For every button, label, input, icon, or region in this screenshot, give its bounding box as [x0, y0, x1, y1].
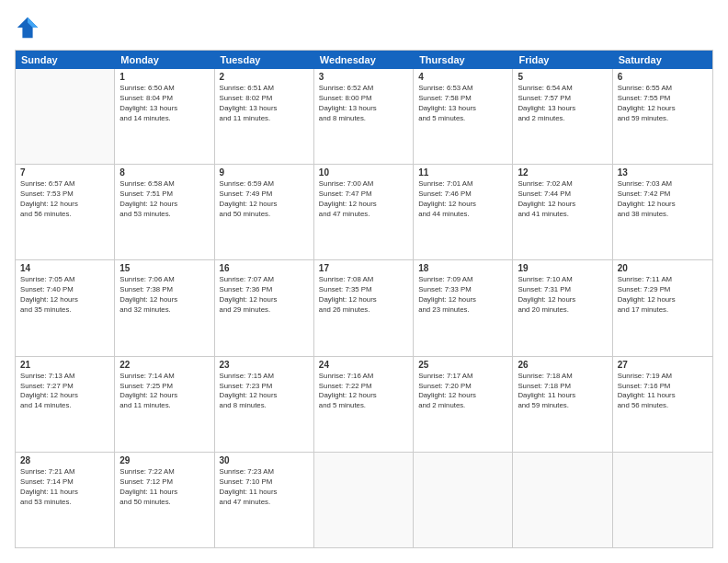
calendar-day-22: 22Sunrise: 7:14 AM Sunset: 7:25 PM Dayli… [115, 357, 214, 452]
day-info: Sunrise: 7:21 AM Sunset: 7:14 PM Dayligh… [20, 467, 109, 508]
day-number: 10 [319, 167, 408, 178]
calendar-day-18: 18Sunrise: 7:09 AM Sunset: 7:33 PM Dayli… [414, 260, 513, 355]
calendar-day-19: 19Sunrise: 7:10 AM Sunset: 7:31 PM Dayli… [513, 260, 612, 355]
calendar-day-9: 9Sunrise: 6:59 AM Sunset: 7:49 PM Daylig… [215, 165, 314, 259]
day-number: 4 [418, 72, 507, 82]
day-info: Sunrise: 7:17 AM Sunset: 7:20 PM Dayligh… [418, 372, 507, 412]
day-info: Sunrise: 7:18 AM Sunset: 7:18 PM Dayligh… [518, 372, 607, 412]
day-info: Sunrise: 7:11 AM Sunset: 7:29 PM Dayligh… [618, 275, 708, 316]
calendar-row: 28Sunrise: 7:21 AM Sunset: 7:14 PM Dayli… [16, 453, 712, 547]
day-info: Sunrise: 6:53 AM Sunset: 7:58 PM Dayligh… [418, 84, 507, 124]
weekday-header: Wednesday [314, 51, 414, 69]
day-number: 18 [418, 263, 507, 273]
calendar-day-14: 14Sunrise: 7:05 AM Sunset: 7:40 PM Dayli… [16, 260, 115, 355]
day-info: Sunrise: 7:07 AM Sunset: 7:36 PM Dayligh… [220, 275, 309, 316]
calendar-day-30: 30Sunrise: 7:23 AM Sunset: 7:10 PM Dayli… [215, 453, 314, 547]
calendar-empty-cell [314, 453, 414, 547]
day-number: 8 [119, 167, 209, 178]
day-info: Sunrise: 7:16 AM Sunset: 7:22 PM Dayligh… [319, 372, 408, 412]
day-info: Sunrise: 7:05 AM Sunset: 7:40 PM Dayligh… [20, 275, 109, 316]
calendar-row: 21Sunrise: 7:13 AM Sunset: 7:27 PM Dayli… [16, 357, 712, 453]
day-number: 1 [119, 72, 209, 82]
day-info: Sunrise: 6:57 AM Sunset: 7:53 PM Dayligh… [20, 179, 109, 220]
calendar-day-29: 29Sunrise: 7:22 AM Sunset: 7:12 PM Dayli… [115, 453, 214, 547]
calendar-day-1: 1Sunrise: 6:50 AM Sunset: 8:04 PM Daylig… [115, 69, 214, 164]
day-info: Sunrise: 7:02 AM Sunset: 7:44 PM Dayligh… [518, 179, 607, 220]
day-number: 19 [518, 263, 607, 273]
day-info: Sunrise: 7:08 AM Sunset: 7:35 PM Dayligh… [319, 275, 408, 316]
day-info: Sunrise: 6:55 AM Sunset: 7:55 PM Dayligh… [618, 84, 708, 124]
calendar-day-5: 5Sunrise: 6:54 AM Sunset: 7:57 PM Daylig… [513, 69, 612, 164]
day-number: 2 [220, 72, 309, 82]
day-number: 24 [319, 360, 408, 370]
day-number: 20 [618, 263, 708, 273]
day-number: 27 [618, 360, 708, 370]
day-info: Sunrise: 6:59 AM Sunset: 7:49 PM Dayligh… [220, 179, 309, 220]
day-info: Sunrise: 7:13 AM Sunset: 7:27 PM Dayligh… [20, 372, 109, 412]
calendar-body: 1Sunrise: 6:50 AM Sunset: 8:04 PM Daylig… [16, 69, 712, 547]
day-number: 23 [220, 360, 309, 370]
calendar-empty-cell [613, 453, 712, 547]
day-number: 14 [20, 263, 109, 273]
calendar-day-21: 21Sunrise: 7:13 AM Sunset: 7:27 PM Dayli… [16, 357, 115, 452]
calendar-day-13: 13Sunrise: 7:03 AM Sunset: 7:42 PM Dayli… [613, 165, 712, 259]
calendar-day-2: 2Sunrise: 6:51 AM Sunset: 8:02 PM Daylig… [215, 69, 314, 164]
day-number: 17 [319, 263, 408, 273]
weekday-header: Friday [513, 51, 612, 69]
day-number: 13 [618, 167, 708, 178]
day-info: Sunrise: 7:14 AM Sunset: 7:25 PM Dayligh… [119, 372, 209, 412]
calendar-row: 1Sunrise: 6:50 AM Sunset: 8:04 PM Daylig… [16, 69, 712, 165]
day-number: 12 [518, 167, 607, 178]
logo [15, 15, 42, 40]
day-number: 25 [418, 360, 507, 370]
calendar-day-10: 10Sunrise: 7:00 AM Sunset: 7:47 PM Dayli… [314, 165, 414, 259]
calendar-day-16: 16Sunrise: 7:07 AM Sunset: 7:36 PM Dayli… [215, 260, 314, 355]
calendar-empty-cell [16, 69, 115, 164]
calendar-day-17: 17Sunrise: 7:08 AM Sunset: 7:35 PM Dayli… [314, 260, 414, 355]
weekday-header: Monday [115, 51, 214, 69]
calendar: SundayMondayTuesdayWednesdayThursdayFrid… [15, 50, 713, 548]
calendar-empty-cell [414, 453, 513, 547]
day-info: Sunrise: 7:06 AM Sunset: 7:38 PM Dayligh… [119, 275, 209, 316]
calendar-day-20: 20Sunrise: 7:11 AM Sunset: 7:29 PM Dayli… [613, 260, 712, 355]
day-number: 3 [319, 72, 408, 82]
day-number: 30 [220, 455, 309, 465]
calendar-day-11: 11Sunrise: 7:01 AM Sunset: 7:46 PM Dayli… [414, 165, 513, 259]
day-info: Sunrise: 7:03 AM Sunset: 7:42 PM Dayligh… [618, 179, 708, 220]
calendar-row: 7Sunrise: 6:57 AM Sunset: 7:53 PM Daylig… [16, 165, 712, 260]
day-info: Sunrise: 7:22 AM Sunset: 7:12 PM Dayligh… [119, 467, 209, 508]
weekday-header: Sunday [16, 51, 115, 69]
day-info: Sunrise: 7:19 AM Sunset: 7:16 PM Dayligh… [618, 372, 708, 412]
calendar-day-3: 3Sunrise: 6:52 AM Sunset: 8:00 PM Daylig… [314, 69, 414, 164]
calendar-day-23: 23Sunrise: 7:15 AM Sunset: 7:23 PM Dayli… [215, 357, 314, 452]
day-number: 6 [618, 72, 708, 82]
day-number: 15 [119, 263, 209, 273]
calendar-day-27: 27Sunrise: 7:19 AM Sunset: 7:16 PM Dayli… [613, 357, 712, 452]
day-info: Sunrise: 7:10 AM Sunset: 7:31 PM Dayligh… [518, 275, 607, 316]
day-number: 22 [119, 360, 209, 370]
day-number: 16 [220, 263, 309, 273]
weekday-header: Thursday [414, 51, 513, 69]
day-info: Sunrise: 6:50 AM Sunset: 8:04 PM Dayligh… [119, 84, 209, 124]
header [15, 15, 713, 40]
day-number: 9 [220, 167, 309, 178]
weekday-header: Tuesday [215, 51, 314, 69]
day-number: 29 [119, 455, 209, 465]
day-info: Sunrise: 7:09 AM Sunset: 7:33 PM Dayligh… [418, 275, 507, 316]
day-info: Sunrise: 6:51 AM Sunset: 8:02 PM Dayligh… [220, 84, 309, 124]
day-number: 11 [418, 167, 507, 178]
calendar-empty-cell [513, 453, 612, 547]
day-number: 21 [20, 360, 109, 370]
calendar-day-8: 8Sunrise: 6:58 AM Sunset: 7:51 PM Daylig… [115, 165, 214, 259]
day-info: Sunrise: 6:54 AM Sunset: 7:57 PM Dayligh… [518, 84, 607, 124]
calendar-day-6: 6Sunrise: 6:55 AM Sunset: 7:55 PM Daylig… [613, 69, 712, 164]
day-info: Sunrise: 7:00 AM Sunset: 7:47 PM Dayligh… [319, 179, 408, 220]
day-number: 28 [20, 455, 109, 465]
day-number: 5 [518, 72, 607, 82]
calendar-day-25: 25Sunrise: 7:17 AM Sunset: 7:20 PM Dayli… [414, 357, 513, 452]
calendar-day-4: 4Sunrise: 6:53 AM Sunset: 7:58 PM Daylig… [414, 69, 513, 164]
weekday-header: Saturday [613, 51, 712, 69]
calendar-day-26: 26Sunrise: 7:18 AM Sunset: 7:18 PM Dayli… [513, 357, 612, 452]
day-info: Sunrise: 6:58 AM Sunset: 7:51 PM Dayligh… [119, 179, 209, 220]
page: SundayMondayTuesdayWednesdayThursdayFrid… [0, 0, 728, 563]
